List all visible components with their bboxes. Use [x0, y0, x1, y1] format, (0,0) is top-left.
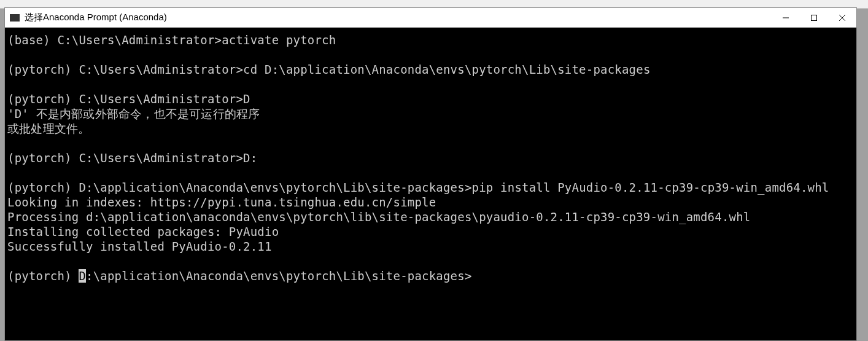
terminal-blank	[7, 254, 854, 268]
terminal-blank	[7, 165, 854, 180]
terminal-output: 或批处理文件。	[7, 121, 854, 136]
terminal-blank	[7, 47, 854, 62]
terminal-blank	[7, 77, 854, 92]
window-title: 选择Anaconda Prompt (Anaconda)	[25, 12, 772, 23]
close-button[interactable]	[828, 8, 856, 27]
command-text: cd D:\application\Anaconda\envs\pytorch\…	[243, 63, 650, 76]
minimize-button[interactable]	[772, 8, 800, 27]
terminal-icon	[10, 14, 20, 22]
prompt: (pytorch) C:\Users\Administrator>	[7, 151, 243, 165]
terminal-output: 'D' 不是内部或外部命令，也不是可运行的程序	[7, 106, 854, 121]
prompt: :\application\Anaconda\envs\pytorch\Lib\…	[86, 269, 472, 283]
prompt: (pytorch) C:\Users\Administrator>	[7, 92, 243, 106]
terminal-output: Successfully installed PyAudio-0.2.11	[7, 239, 854, 254]
command-text: D	[243, 92, 250, 106]
terminal-blank	[7, 136, 854, 151]
terminal-line: (pytorch) C:\Users\Administrator>cd D:\a…	[7, 62, 854, 77]
command-text: activate pytorch	[222, 33, 336, 47]
terminal-line: (pytorch) D:\application\Anaconda\envs\p…	[7, 268, 854, 283]
terminal-line: (pytorch) C:\Users\Administrator>D	[7, 92, 854, 106]
prompt: (pytorch) D:\application\Anaconda\envs\p…	[7, 181, 472, 194]
svg-rect-1	[812, 15, 817, 20]
prompt: (pytorch) C:\Users\Administrator>	[7, 63, 243, 76]
window-controls	[772, 8, 856, 27]
terminal-body[interactable]: (base) C:\Users\Administrator>activate p…	[5, 28, 856, 340]
terminal-window: 选择Anaconda Prompt (Anaconda) (base) C:\U…	[4, 7, 857, 341]
maximize-button[interactable]	[800, 8, 828, 27]
terminal-output: Looking in indexes: https://pypi.tuna.ts…	[7, 195, 854, 210]
prompt: (base) C:\Users\Administrator>	[7, 33, 222, 47]
cursor-block: D	[79, 269, 86, 283]
terminal-output: Processing d:\application\anaconda\envs\…	[7, 210, 854, 224]
terminal-line: (pytorch) D:\application\Anaconda\envs\p…	[7, 180, 854, 195]
terminal-line: (base) C:\Users\Administrator>activate p…	[7, 33, 854, 47]
window-titlebar[interactable]: 选择Anaconda Prompt (Anaconda)	[5, 8, 856, 28]
terminal-output: Installing collected packages: PyAudio	[7, 224, 854, 239]
command-text: pip install PyAudio-0.2.11-cp39-cp39-win…	[472, 181, 829, 194]
command-text: D:	[243, 151, 257, 165]
terminal-line: (pytorch) C:\Users\Administrator>D:	[7, 151, 854, 165]
prompt: (pytorch)	[7, 269, 79, 283]
